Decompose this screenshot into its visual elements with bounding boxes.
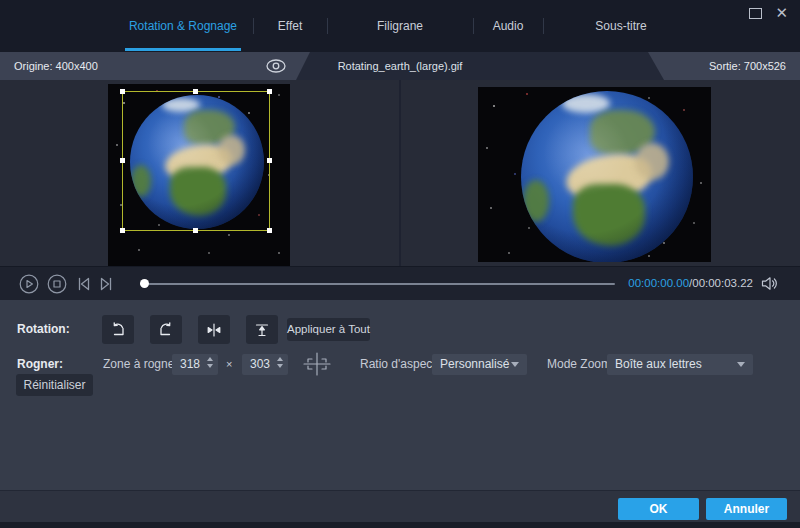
tab-label: Sous-titre	[595, 19, 646, 33]
rotate-right-icon	[158, 322, 174, 338]
output-size-label: Sortie: 700x526	[709, 60, 786, 72]
flip-horizontal-icon	[206, 322, 222, 338]
rotation-label: Rotation:	[17, 322, 70, 336]
tab-separator	[473, 18, 474, 34]
rotate-left-button[interactable]	[102, 315, 134, 344]
crop-handle[interactable]	[267, 228, 272, 233]
next-frame-button[interactable]	[97, 275, 117, 295]
zoom-mode-label: Mode Zoom:	[547, 357, 614, 371]
zoom-mode-dropdown[interactable]: Boîte aux lettres	[607, 354, 753, 375]
next-frame-icon	[97, 275, 115, 293]
output-preview-pane	[478, 87, 711, 262]
volume-button[interactable]	[761, 276, 778, 295]
ok-button[interactable]: OK	[618, 498, 699, 520]
earth-shading	[521, 91, 693, 262]
stop-icon	[47, 274, 67, 294]
maximize-icon[interactable]	[749, 8, 762, 19]
zoom-mode-value: Boîte aux lettres	[615, 354, 702, 375]
crop-height-value[interactable]: 303	[250, 354, 270, 375]
crop-crosshair-icon	[302, 352, 332, 376]
crop-crosshair-button[interactable]	[302, 352, 332, 380]
previous-frame-icon	[75, 275, 93, 293]
tab-label: Effet	[278, 19, 302, 33]
footer-bar: OK Annuler	[0, 490, 800, 522]
chevron-down-icon	[737, 362, 745, 367]
crop-times-symbol: ×	[226, 358, 232, 370]
chevron-down-icon	[511, 362, 519, 367]
crop-handle[interactable]	[267, 158, 272, 163]
tab-label: Rotation & Rognage	[129, 19, 237, 33]
titlebar: Rotation & Rognage Effet Filigrane Audio…	[0, 0, 800, 52]
stepper-arrows	[277, 357, 283, 368]
time-display: 00:00:00.00/00:00:03.22	[628, 277, 753, 289]
current-time: 00:00:00.00	[628, 277, 689, 289]
tab-audio[interactable]: Audio	[473, 0, 543, 52]
aspect-ratio-value: Personnalisé	[440, 354, 509, 375]
tab-effet[interactable]: Effet	[253, 0, 327, 52]
crop-label: Rogner:	[17, 357, 63, 371]
crop-zone-label: Zone à rogner:	[103, 357, 182, 371]
preview-area	[0, 80, 800, 266]
bottom-edge	[0, 522, 800, 528]
tab-label: Audio	[493, 19, 524, 33]
crop-handle[interactable]	[193, 89, 198, 94]
tab-separator	[253, 18, 254, 34]
tab-rotation-rognage[interactable]: Rotation & Rognage	[113, 0, 253, 52]
tab-bar: Rotation & Rognage Effet Filigrane Audio…	[113, 0, 699, 52]
crop-handle[interactable]	[267, 89, 272, 94]
play-button[interactable]	[19, 274, 39, 294]
crop-handle[interactable]	[120, 158, 125, 163]
cancel-button[interactable]: Annuler	[706, 498, 787, 520]
file-info-bar: Rotating_earth_(large).gif Origine: 400x…	[0, 52, 800, 80]
app-window: Rotation & Rognage Effet Filigrane Audio…	[0, 0, 800, 528]
flip-vertical-button[interactable]	[246, 315, 278, 344]
crop-handle[interactable]	[120, 89, 125, 94]
apply-to-all-button[interactable]: Appliquer à Tout	[287, 318, 370, 341]
playback-bar: 00:00:00.00/00:00:03.22	[0, 266, 800, 300]
total-time: /00:00:03.22	[689, 277, 753, 289]
rotate-left-icon	[110, 322, 126, 338]
controls-panel: Rotation:	[0, 300, 800, 490]
flip-horizontal-button[interactable]	[198, 315, 230, 344]
tab-filigrane[interactable]: Filigrane	[327, 0, 473, 52]
origin-info-tab: Origine: 400x400	[0, 52, 310, 80]
crop-handle[interactable]	[193, 228, 198, 233]
window-controls: ✕	[749, 5, 788, 21]
source-preview-pane	[108, 84, 290, 266]
crop-selection-box[interactable]	[122, 91, 270, 231]
seek-slider-thumb[interactable]	[140, 279, 149, 288]
crop-height-stepper[interactable]: 303	[242, 354, 288, 375]
tab-separator	[543, 18, 544, 34]
tab-sous-titre[interactable]: Sous-titre	[543, 0, 699, 52]
preview-divider	[399, 80, 401, 266]
earth-image-output	[521, 91, 693, 262]
aspect-ratio-dropdown[interactable]: Personnalisé	[432, 354, 527, 375]
crop-handle[interactable]	[120, 228, 125, 233]
tab-label: Filigrane	[377, 19, 423, 33]
stepper-down-icon[interactable]	[207, 364, 213, 368]
stepper-down-icon[interactable]	[277, 364, 283, 368]
crop-width-stepper[interactable]: 318	[172, 354, 218, 375]
previous-frame-button[interactable]	[75, 275, 95, 295]
play-icon	[19, 274, 39, 294]
seek-slider[interactable]	[140, 283, 615, 285]
close-icon[interactable]: ✕	[775, 5, 788, 21]
aspect-ratio-label: Ratio d'aspect:	[360, 357, 439, 371]
stepper-up-icon[interactable]	[207, 357, 213, 361]
stop-button[interactable]	[47, 274, 67, 294]
flip-vertical-icon	[254, 322, 270, 338]
crop-width-value[interactable]: 318	[180, 354, 200, 375]
output-info-tab: Sortie: 700x526	[648, 52, 800, 80]
compare-preview-button[interactable]	[265, 58, 287, 78]
rotate-right-button[interactable]	[150, 315, 182, 344]
tab-separator	[327, 18, 328, 34]
volume-icon	[761, 276, 778, 291]
stepper-arrows	[207, 357, 213, 368]
reset-button[interactable]: Réinitialiser	[16, 374, 93, 396]
origin-size-label: Origine: 400x400	[14, 60, 98, 72]
eye-icon	[265, 58, 287, 74]
stepper-up-icon[interactable]	[277, 357, 283, 361]
